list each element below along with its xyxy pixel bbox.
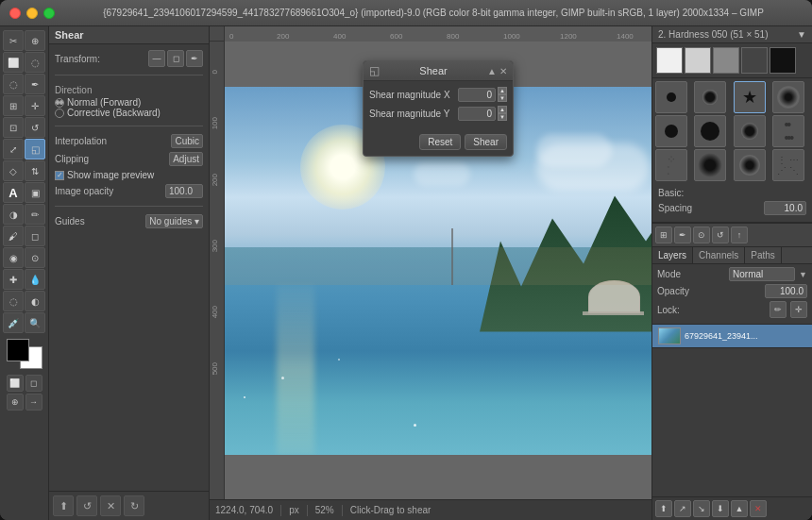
layer-bottom-btn-1[interactable]: ⬆	[655, 500, 672, 517]
tab-layers[interactable]: Layers	[652, 247, 693, 263]
minimize-button[interactable]	[26, 8, 38, 19]
tab-channels[interactable]: Channels	[693, 247, 745, 263]
shear-x-down[interactable]: ▼	[498, 94, 507, 102]
layer-bottom-btn-4[interactable]: ⬇	[712, 500, 729, 517]
dialog-collapse-btn[interactable]: ▲	[487, 66, 497, 76]
swatch-lgray[interactable]	[685, 47, 711, 74]
blur-tool[interactable]: 💧	[25, 269, 45, 290]
direction-normal-radio[interactable]	[55, 98, 64, 108]
interpolation-select[interactable]: Cubic	[171, 134, 203, 148]
transform-path-btn[interactable]: ✒	[186, 50, 203, 67]
layer-bottom-btn-6[interactable]: ✕	[750, 500, 767, 517]
brush-item-12[interactable]: ⋮ ⋯⋰ ⋱	[772, 149, 804, 181]
tool-options-btn-2[interactable]: ↺	[76, 495, 97, 516]
flip-tool[interactable]: ⇅	[25, 160, 45, 181]
foreground-color[interactable]	[7, 339, 29, 361]
transform-layer-btn[interactable]: —	[148, 50, 165, 67]
brush-item-11[interactable]	[734, 149, 766, 181]
pencil-tool[interactable]: ✏	[25, 204, 45, 225]
move-tool[interactable]: ⊕	[25, 30, 45, 51]
airbrush-tool[interactable]: ◉	[3, 247, 24, 268]
clipping-select[interactable]: Adjust	[169, 152, 203, 166]
clone-tool[interactable]: ⊙	[25, 247, 45, 268]
brush-item-5[interactable]	[655, 115, 687, 147]
show-preview-checkbox[interactable]: ✓	[55, 171, 64, 180]
perspective-tool[interactable]: ◇	[3, 160, 24, 181]
shear-apply-button[interactable]: Shear	[465, 134, 507, 150]
tab-paths[interactable]: Paths	[745, 247, 782, 263]
brush-item-10[interactable]	[694, 149, 726, 181]
layer-tool-3[interactable]: ⊙	[693, 226, 710, 243]
view-tool-4[interactable]: →	[25, 394, 42, 411]
lasso-tool[interactable]: ◌	[3, 74, 24, 94]
guides-select[interactable]: No guides ▾	[145, 214, 203, 228]
shear-reset-button[interactable]: Reset	[419, 134, 461, 150]
layer-tool-4[interactable]: ↺	[712, 226, 729, 243]
tool-options-btn-3[interactable]: ✕	[100, 495, 121, 516]
view-tool-2[interactable]: ◻	[25, 375, 42, 392]
layer-tool-2[interactable]: ✒	[674, 226, 691, 243]
shear-y-input[interactable]	[458, 107, 496, 121]
color-selector[interactable]	[7, 339, 42, 369]
text-tool[interactable]: A	[3, 182, 24, 203]
brush-item-1[interactable]	[655, 81, 687, 113]
shear-y-down[interactable]: ▼	[498, 113, 507, 121]
dodge-tool[interactable]: ◐	[25, 291, 45, 311]
direction-corrective-radio[interactable]	[55, 109, 64, 118]
blend-tool[interactable]: ◑	[3, 204, 24, 225]
brush-item-2[interactable]	[694, 81, 726, 113]
image-opacity-input[interactable]: 100.0	[165, 184, 203, 198]
brush-item-9[interactable]: ⁘⁚	[655, 149, 687, 181]
brush-item-7[interactable]	[734, 115, 766, 147]
view-tool-1[interactable]: ⬜	[7, 375, 24, 392]
brush-item-6[interactable]	[694, 115, 726, 147]
view-tool-3[interactable]: ⊕	[7, 394, 24, 411]
smudge-tool[interactable]: ◌	[3, 291, 24, 311]
transform-selection-btn[interactable]: ◻	[167, 50, 184, 67]
shear-y-up[interactable]: ▲	[498, 106, 507, 113]
brush-item-star[interactable]: ★	[734, 81, 766, 113]
dialog-close-btn[interactable]: ✕	[499, 66, 507, 76]
brush-item-4[interactable]	[772, 81, 804, 113]
layer-tool-1[interactable]: ⊞	[655, 226, 672, 243]
swatch-white[interactable]	[656, 47, 683, 74]
layer-tool-5[interactable]: ↑	[731, 226, 748, 243]
paths-tool[interactable]: ✒	[25, 74, 45, 94]
lock-position-btn[interactable]: ✛	[790, 301, 807, 318]
heal-tool[interactable]: ✚	[3, 269, 24, 290]
maximize-button[interactable]	[43, 8, 55, 19]
eyedropper-tool[interactable]: 💉	[3, 312, 24, 333]
rect-select-tool[interactable]: ⬜	[3, 52, 24, 73]
shear-tool[interactable]: ◱	[25, 139, 45, 159]
scissors-tool[interactable]: ✂	[3, 30, 24, 51]
paintbrush-tool[interactable]: 🖌	[3, 226, 24, 246]
mode-select[interactable]: Normal	[729, 267, 795, 281]
scale-tool[interactable]: ⤢	[3, 139, 24, 159]
canvas-main[interactable]: ◱ Shear ▲ ✕ Shear magnitude X	[225, 42, 651, 499]
brush-item-8[interactable]: •••••	[772, 115, 804, 147]
swatch-black[interactable]	[770, 47, 796, 74]
spacing-input[interactable]: 10.0	[764, 201, 806, 215]
close-button[interactable]	[9, 8, 21, 19]
tool-options-btn-1[interactable]: ⬆	[53, 495, 74, 516]
panel-collapse-icon[interactable]: ▼	[797, 29, 806, 40]
opacity-input[interactable]: 100.0	[765, 284, 807, 298]
layer-bottom-btn-5[interactable]: ▲	[731, 500, 748, 517]
tool-options-btn-4[interactable]: ↻	[124, 495, 144, 516]
layer-bottom-btn-3[interactable]: ↘	[693, 500, 710, 517]
shear-x-up[interactable]: ▲	[498, 87, 507, 94]
layer-bottom-btn-2[interactable]: ↗	[674, 500, 691, 517]
measure-tool[interactable]: ✛	[25, 95, 45, 116]
lock-pixels-btn[interactable]: ✏	[770, 301, 787, 318]
direction-corrective-row[interactable]: Corrective (Backward)	[55, 108, 203, 118]
direction-normal-row[interactable]: Normal (Forward)	[55, 97, 203, 108]
ellipse-select-tool[interactable]: ◌	[25, 52, 45, 73]
fill-tool[interactable]: ▣	[25, 182, 45, 203]
align-tool[interactable]: ⊞	[3, 95, 24, 116]
crop-tool[interactable]: ⊡	[3, 117, 24, 138]
swatch-mgray[interactable]	[713, 47, 739, 74]
show-preview-row[interactable]: ✓ Show image preview	[55, 170, 203, 180]
layer-item-1[interactable]: 67929641_23941...	[652, 325, 812, 348]
rotate-tool[interactable]: ↺	[25, 117, 45, 138]
zoom-tool[interactable]: 🔍	[25, 312, 45, 333]
